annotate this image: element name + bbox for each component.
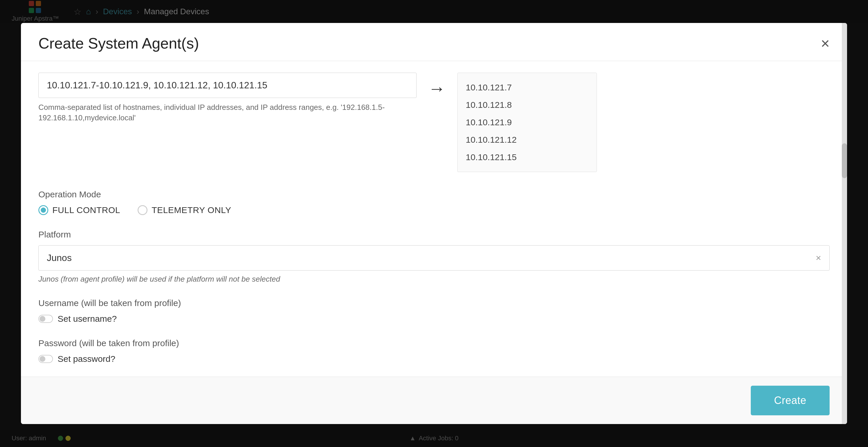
radio-full-control-circle[interactable] [38, 205, 48, 215]
ip-hint-text: Comma-separated list of hostnames, indiv… [38, 102, 416, 123]
username-section: Username (will be taken from profile) Se… [38, 298, 830, 324]
platform-section: Platform Junos × Junos (from agent profi… [38, 230, 830, 284]
password-label: Password (will be taken from profile) [38, 338, 830, 348]
scrollbar-thumb[interactable] [842, 143, 847, 178]
ip-list-item: 10.10.121.15 [466, 148, 588, 166]
radio-telemetry-only-label: TELEMETRY ONLY [152, 205, 231, 215]
username-toggle-label: Set username? [58, 314, 117, 324]
ip-list-item: 10.10.121.9 [466, 114, 588, 131]
create-button[interactable]: Create [751, 386, 830, 415]
ip-input-row: Comma-separated list of hostnames, indiv… [38, 73, 830, 172]
username-toggle-row: Set username? [38, 314, 830, 324]
username-toggle[interactable] [38, 315, 53, 323]
modal-header: Create System Agent(s) × [21, 23, 847, 61]
radio-telemetry-only[interactable]: TELEMETRY ONLY [137, 205, 231, 215]
platform-hint: Junos (from agent profile) will be used … [38, 275, 830, 284]
radio-telemetry-only-circle[interactable] [137, 205, 148, 215]
modal-scrollbar[interactable] [842, 23, 847, 424]
radio-full-control-label: FULL CONTROL [52, 205, 120, 215]
create-system-agents-modal: Create System Agent(s) × Comma-separated… [21, 23, 847, 424]
ip-resolved-list: 10.10.121.7 10.10.121.8 10.10.121.9 10.1… [457, 73, 597, 172]
radio-full-control[interactable]: FULL CONTROL [38, 205, 120, 215]
password-toggle[interactable] [38, 355, 53, 363]
modal-footer: Create [21, 377, 847, 424]
modal-close-button[interactable]: × [821, 36, 830, 51]
platform-select[interactable]: Junos × [38, 245, 830, 271]
platform-value: Junos [47, 252, 71, 263]
operation-mode-section: Operation Mode FULL CONTROL TELEMETRY ON… [38, 190, 830, 215]
operation-mode-label: Operation Mode [38, 190, 830, 199]
operation-mode-radio-group: FULL CONTROL TELEMETRY ONLY [38, 205, 830, 215]
modal-title: Create System Agent(s) [38, 35, 199, 52]
password-toggle-label: Set password? [58, 354, 115, 364]
password-section: Password (will be taken from profile) Se… [38, 338, 830, 364]
ip-input-block: Comma-separated list of hostnames, indiv… [38, 73, 416, 123]
ip-addresses-input[interactable] [38, 73, 416, 98]
arrow-right-icon: → [428, 78, 446, 99]
ip-list-item: 10.10.121.8 [466, 96, 588, 114]
modal-overlay: Create System Agent(s) × Comma-separated… [0, 0, 868, 447]
radio-full-control-dot [41, 208, 46, 213]
ip-list-item: 10.10.121.7 [466, 79, 588, 96]
platform-clear-icon[interactable]: × [816, 252, 821, 263]
password-toggle-row: Set password? [38, 354, 830, 364]
username-label: Username (will be taken from profile) [38, 298, 830, 308]
modal-body: Comma-separated list of hostnames, indiv… [21, 61, 847, 377]
platform-label: Platform [38, 230, 830, 239]
ip-list-item: 10.10.121.12 [466, 131, 588, 148]
